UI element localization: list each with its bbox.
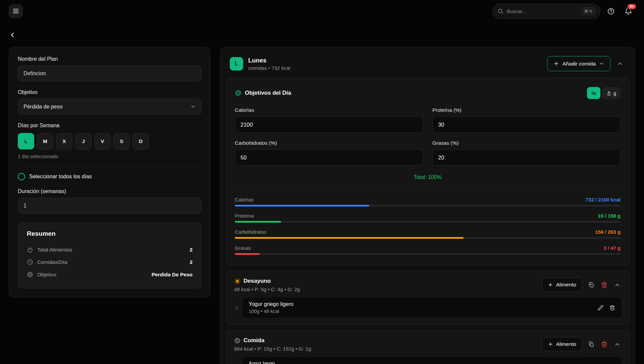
chevron-up-icon bbox=[614, 282, 621, 288]
summary-row-objetivo: Objetivo Perdida De Peso bbox=[27, 268, 193, 281]
days-label: Días por Semana bbox=[18, 123, 202, 129]
summary-title: Resumen bbox=[27, 230, 193, 237]
plate-icon bbox=[234, 337, 240, 344]
help-icon bbox=[607, 7, 615, 15]
summary-value: 2 bbox=[190, 247, 193, 253]
field-label: Proteína (%) bbox=[432, 107, 621, 113]
add-meal-button[interactable]: Añadir comida bbox=[547, 56, 610, 71]
food-name: Yogur griego ligero bbox=[249, 301, 293, 307]
drag-handle[interactable] bbox=[234, 305, 239, 311]
unit-percent-button[interactable]: % bbox=[587, 87, 600, 99]
add-meal-label: Añadir comida bbox=[562, 61, 596, 67]
plan-name-group: Nombre del Plan bbox=[18, 56, 202, 81]
chevron-down-icon bbox=[190, 104, 196, 109]
duplicate-meal-button[interactable] bbox=[587, 340, 595, 348]
back-button[interactable] bbox=[9, 29, 21, 41]
delete-meal-button[interactable] bbox=[600, 281, 608, 289]
progress-track bbox=[235, 253, 621, 255]
clock-icon bbox=[27, 259, 33, 265]
trash-icon bbox=[601, 282, 607, 288]
progress-fats: Grasas 3 / 47 g bbox=[235, 245, 621, 255]
collapse-day-button[interactable] bbox=[614, 58, 626, 69]
food-item: Arroz largo 200g • 684 kcal bbox=[243, 357, 621, 364]
copy-icon bbox=[588, 282, 594, 288]
notification-badge: 9+ bbox=[627, 3, 637, 10]
select-all-days-toggle[interactable]: Seleccionar todos los días bbox=[18, 173, 202, 180]
delete-meal-button[interactable] bbox=[600, 340, 608, 348]
food-name: Arroz largo bbox=[249, 361, 282, 364]
day-button-l[interactable]: L bbox=[18, 133, 34, 149]
progress-label: Calorías bbox=[235, 197, 254, 202]
delete-food-button[interactable] bbox=[609, 305, 615, 311]
collapse-meal-button[interactable] bbox=[613, 340, 621, 348]
search-icon bbox=[497, 8, 503, 14]
search-bar[interactable]: ⌘ K bbox=[492, 4, 600, 19]
day-header-right: Añadir comida bbox=[547, 56, 626, 71]
unit-grams-button[interactable]: g bbox=[602, 87, 621, 99]
summary-label: Objetivo bbox=[37, 272, 56, 278]
plus-icon bbox=[548, 282, 553, 287]
plus-icon bbox=[553, 61, 559, 66]
add-food-label: Alimento bbox=[556, 341, 576, 347]
meal-name: Desayuno bbox=[244, 278, 271, 284]
field-grasas: Grasas (%) bbox=[432, 140, 621, 166]
help-button[interactable] bbox=[604, 4, 618, 18]
hamburger-icon bbox=[12, 7, 19, 15]
hamburger-menu-button[interactable] bbox=[9, 4, 23, 18]
food-row-wrap: Yogur griego ligero 100g • 48 kcal bbox=[234, 298, 621, 318]
progress-track bbox=[235, 205, 621, 207]
search-input[interactable] bbox=[507, 8, 578, 14]
meal-macros: 684 kcal • P: 15g • C: 152g • G: 1g bbox=[234, 346, 311, 352]
objectives-title-wrap: Objetivos del Día bbox=[235, 90, 291, 96]
chevron-down-icon bbox=[599, 61, 604, 66]
meal-actions: Alimento bbox=[542, 337, 621, 351]
duration-input[interactable] bbox=[18, 198, 202, 214]
progress-calories: Calorías 732 / 2100 kcal bbox=[235, 197, 621, 207]
unit-grams-label: g bbox=[613, 90, 616, 96]
unit-toggle: % g bbox=[587, 87, 621, 99]
add-food-button[interactable]: Alimento bbox=[542, 278, 582, 292]
progress-protein: Proteína 19 / 158 g bbox=[235, 213, 621, 223]
protein-input[interactable] bbox=[432, 117, 621, 133]
notifications-button[interactable]: 9+ bbox=[621, 4, 635, 18]
plan-name-input[interactable] bbox=[18, 65, 202, 81]
day-button-j[interactable]: J bbox=[75, 133, 92, 149]
summary-value: Perdida De Peso bbox=[152, 272, 193, 278]
day-button-x[interactable]: X bbox=[56, 133, 72, 149]
day-button-m[interactable]: M bbox=[37, 133, 53, 149]
progress-value: 156 / 263 g bbox=[595, 229, 621, 235]
summary-row-comidas-dia: Comidas/Día 2 bbox=[27, 256, 193, 268]
day-header-left: L Lunes comidas • 732 kcal bbox=[230, 57, 290, 71]
objective-select[interactable]: Pérdida de peso bbox=[18, 99, 202, 115]
objectives-title: Objetivos del Día bbox=[245, 90, 291, 96]
add-food-button[interactable]: Alimento bbox=[542, 337, 582, 351]
duration-label: Duración (semanas) bbox=[18, 188, 202, 194]
day-badge: L bbox=[230, 57, 243, 71]
divider bbox=[235, 188, 621, 189]
day-button-d[interactable]: D bbox=[132, 133, 149, 149]
food-actions bbox=[598, 305, 615, 311]
meal-card-comida: Comida 684 kcal • P: 15g • C: 152g • G: … bbox=[226, 330, 630, 364]
fats-input[interactable] bbox=[432, 149, 621, 166]
days-group: Días por Semana L M X J V S D 1 día sele… bbox=[18, 123, 202, 159]
day-button-s[interactable]: S bbox=[113, 133, 130, 149]
duplicate-meal-button[interactable] bbox=[587, 281, 595, 289]
collapse-meal-button[interactable] bbox=[613, 281, 621, 289]
meal-info: Desayuno 48 kcal • P: 5g • C: 4g • G: 2g bbox=[234, 278, 300, 292]
progress-carbs: Carbohidratos 156 / 263 g bbox=[235, 229, 621, 239]
day-button-v[interactable]: V bbox=[94, 133, 111, 149]
carbs-input[interactable] bbox=[235, 149, 423, 166]
daily-objectives-card: Objetivos del Día % g Calo bbox=[226, 78, 630, 265]
summary-label: Total Alimentos bbox=[37, 247, 72, 253]
edit-food-button[interactable] bbox=[598, 305, 603, 311]
meal-header: Comida 684 kcal • P: 15g • C: 152g • G: … bbox=[234, 337, 621, 352]
meal-macros: 48 kcal • P: 5g • C: 4g • G: 2g bbox=[234, 286, 300, 292]
plan-name-label: Nombre del Plan bbox=[18, 56, 202, 62]
food-item: Yogur griego ligero 100g • 48 kcal bbox=[243, 298, 621, 318]
scale-icon bbox=[606, 91, 611, 96]
objectives-total: Total: 100% bbox=[235, 174, 621, 180]
calories-input[interactable] bbox=[235, 117, 423, 133]
field-proteina: Proteína (%) bbox=[432, 107, 621, 133]
search-shortcut: ⌘ K bbox=[581, 7, 595, 15]
field-carbohidratos: Carbohidratos (%) bbox=[235, 140, 423, 166]
